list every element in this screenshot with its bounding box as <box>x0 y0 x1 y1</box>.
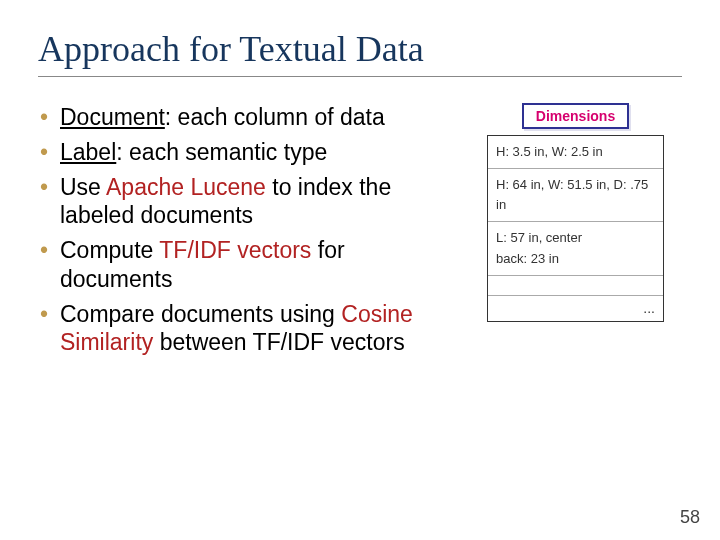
dimensions-header: Dimensions <box>522 103 629 129</box>
dimensions-table: H: 3.5 in, W: 2.5 in H: 64 in, W: 51.5 i… <box>487 135 664 322</box>
table-row: H: 3.5 in, W: 2.5 in <box>488 136 663 169</box>
table-row: L: 57 in, center back: 23 in <box>488 222 663 275</box>
slide: Approach for Textual Data Document: each… <box>0 0 720 540</box>
row-line: L: 57 in, center <box>496 230 582 245</box>
bullet-highlight: Apache Lucene <box>106 174 266 200</box>
bullet-item: Document: each column of data <box>38 103 458 132</box>
bullet-item: Use Apache Lucene to index the labeled d… <box>38 173 458 231</box>
bullet-item: Label: each semantic type <box>38 138 458 167</box>
bullet-text: Use <box>60 174 106 200</box>
bullet-item: Compare documents using Cosine Similarit… <box>38 300 458 358</box>
table-row <box>488 276 663 296</box>
bullet-term: Label <box>60 139 116 165</box>
bullet-text: Compute <box>60 237 159 263</box>
bullet-item: Compute TF/IDF vectors for documents <box>38 236 458 294</box>
dimensions-diagram: Dimensions H: 3.5 in, W: 2.5 in H: 64 in… <box>488 103 663 322</box>
bullet-list: Document: each column of data Label: eac… <box>38 103 458 363</box>
table-row: H: 64 in, W: 51.5 in, D: .75 in <box>488 169 663 222</box>
bullet-text: : each semantic type <box>116 139 327 165</box>
bullet-highlight: TF/IDF vectors <box>159 237 311 263</box>
bullet-text: : each column of data <box>165 104 385 130</box>
slide-title: Approach for Textual Data <box>38 28 682 77</box>
bullet-text: Compare documents using <box>60 301 341 327</box>
bullet-text: between TF/IDF vectors <box>153 329 404 355</box>
page-number: 58 <box>680 507 700 528</box>
table-row-ellipsis: ... <box>488 296 663 322</box>
row-line: back: 23 in <box>496 251 559 266</box>
bullet-term: Document <box>60 104 165 130</box>
content-row: Document: each column of data Label: eac… <box>38 103 682 363</box>
